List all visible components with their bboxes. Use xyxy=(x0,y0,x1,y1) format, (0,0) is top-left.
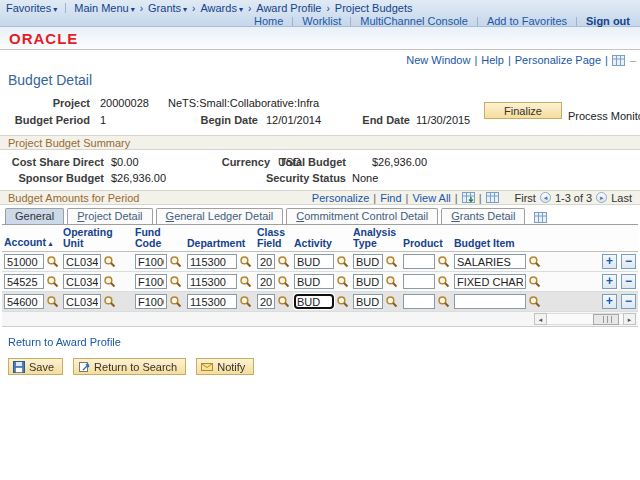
account-input[interactable] xyxy=(4,254,44,269)
operating-unit-lookup-icon[interactable] xyxy=(103,255,116,268)
fund-code-lookup-icon[interactable] xyxy=(169,295,182,308)
personalize-page-link[interactable]: Personalize Page xyxy=(515,54,601,66)
add-row-button[interactable]: + xyxy=(602,294,617,309)
class-field-lookup-icon[interactable] xyxy=(277,295,290,308)
scroll-right-icon[interactable]: ▸ xyxy=(623,313,636,325)
budget-item-input[interactable] xyxy=(454,254,526,269)
breadcrumb-main-menu[interactable]: Main Menu▾ xyxy=(74,2,134,14)
department-lookup-icon[interactable] xyxy=(239,255,252,268)
add-to-favorites-link[interactable]: Add to Favorites xyxy=(487,15,567,27)
tab-grants-detail[interactable]: Grants Detail xyxy=(441,208,525,224)
budget-item-input[interactable] xyxy=(454,294,526,309)
tab-general-ledger-detail[interactable]: General Ledger Detail xyxy=(156,208,284,224)
analysis-type-input[interactable] xyxy=(353,294,383,309)
analysis-type-input[interactable] xyxy=(353,254,383,269)
product-lookup-icon[interactable] xyxy=(437,275,450,288)
product-input[interactable] xyxy=(403,294,435,309)
new-window-link[interactable]: New Window xyxy=(406,54,470,66)
personalize-link[interactable]: Personalize xyxy=(312,192,369,204)
class-field-input[interactable] xyxy=(257,254,275,269)
scrollbar-track[interactable] xyxy=(547,313,623,325)
activity-lookup-icon[interactable] xyxy=(336,295,349,308)
activity-input[interactable] xyxy=(294,294,334,309)
first-label[interactable]: First xyxy=(515,192,536,204)
column-header-account[interactable]: Account▲ xyxy=(2,225,61,252)
activity-input[interactable] xyxy=(294,274,334,289)
sign-out-link[interactable]: Sign out xyxy=(586,15,630,27)
class-field-input[interactable] xyxy=(257,274,275,289)
operating-unit-input[interactable] xyxy=(63,294,101,309)
tab-commitment-control-detail[interactable]: Commitment Control Detail xyxy=(286,208,438,224)
tab-project-detail[interactable]: Project Detail xyxy=(67,208,152,224)
fund-code-input[interactable] xyxy=(135,274,167,289)
personalize-layout-icon[interactable] xyxy=(612,55,625,66)
delete-row-button[interactable]: − xyxy=(621,274,636,289)
tab-general[interactable]: General xyxy=(5,208,64,224)
department-lookup-icon[interactable] xyxy=(239,295,252,308)
breadcrumb-awards[interactable]: Awards▾ xyxy=(200,2,243,14)
activity-lookup-icon[interactable] xyxy=(336,275,349,288)
horizontal-scrollbar[interactable]: ◂ ▸ xyxy=(4,313,636,325)
account-lookup-icon[interactable] xyxy=(46,275,59,288)
next-page-icon[interactable]: ▸ xyxy=(596,192,607,203)
breadcrumb-award-profile[interactable]: Award Profile xyxy=(256,2,321,14)
account-lookup-icon[interactable] xyxy=(46,295,59,308)
account-input[interactable] xyxy=(4,294,44,309)
return-to-award-profile-link[interactable]: Return to Award Profile xyxy=(8,336,121,348)
operating-unit-lookup-icon[interactable] xyxy=(103,295,116,308)
process-monitor-link[interactable]: Process Monitor xyxy=(568,110,640,122)
activity-lookup-icon[interactable] xyxy=(336,255,349,268)
breadcrumb-grants[interactable]: Grants▾ xyxy=(148,2,187,14)
add-row-button[interactable]: + xyxy=(602,254,617,269)
delete-row-button[interactable]: − xyxy=(621,254,636,269)
save-button[interactable]: Save xyxy=(8,358,63,375)
operating-unit-input[interactable] xyxy=(63,254,101,269)
department-input[interactable] xyxy=(187,294,237,309)
class-field-lookup-icon[interactable] xyxy=(277,255,290,268)
delete-row-button[interactable]: − xyxy=(621,294,636,309)
finalize-button[interactable]: Finalize xyxy=(484,102,562,119)
help-link[interactable]: Help xyxy=(481,54,504,66)
download-grid-icon[interactable] xyxy=(462,192,475,203)
budget-item-input[interactable] xyxy=(454,274,526,289)
multichannel-console-link[interactable]: MultiChannel Console xyxy=(360,15,468,27)
worklist-link[interactable]: Worklist xyxy=(302,15,341,27)
fund-code-lookup-icon[interactable] xyxy=(169,255,182,268)
previous-page-icon[interactable]: ◂ xyxy=(540,192,551,203)
analysis-type-lookup-icon[interactable] xyxy=(385,295,398,308)
scroll-left-icon[interactable]: ◂ xyxy=(534,313,547,325)
operating-unit-lookup-icon[interactable] xyxy=(103,275,116,288)
home-link[interactable]: Home xyxy=(254,15,283,27)
product-input[interactable] xyxy=(403,254,435,269)
activity-input[interactable] xyxy=(294,254,334,269)
class-field-lookup-icon[interactable] xyxy=(277,275,290,288)
favorites-menu[interactable]: Favorites▾ xyxy=(6,2,57,14)
view-all-link[interactable]: View All xyxy=(412,192,450,204)
budget-item-lookup-icon[interactable] xyxy=(528,275,541,288)
zoom-grid-icon[interactable] xyxy=(486,192,499,203)
analysis-type-lookup-icon[interactable] xyxy=(385,275,398,288)
fund-code-lookup-icon[interactable] xyxy=(169,275,182,288)
department-input[interactable] xyxy=(187,254,237,269)
product-lookup-icon[interactable] xyxy=(437,295,450,308)
analysis-type-lookup-icon[interactable] xyxy=(385,255,398,268)
analysis-type-input[interactable] xyxy=(353,274,383,289)
last-label[interactable]: Last xyxy=(611,192,632,204)
fund-code-input[interactable] xyxy=(135,254,167,269)
department-input[interactable] xyxy=(187,274,237,289)
fund-code-input[interactable] xyxy=(135,294,167,309)
class-field-input[interactable] xyxy=(257,294,275,309)
budget-item-lookup-icon[interactable] xyxy=(528,295,541,308)
add-row-button[interactable]: + xyxy=(602,274,617,289)
department-lookup-icon[interactable] xyxy=(239,275,252,288)
budget-item-lookup-icon[interactable] xyxy=(528,255,541,268)
return-to-search-button[interactable]: Return to Search xyxy=(73,358,186,375)
product-lookup-icon[interactable] xyxy=(437,255,450,268)
scrollbar-thumb[interactable] xyxy=(593,314,619,325)
breadcrumb-project-budgets[interactable]: Project Budgets xyxy=(335,2,413,14)
show-all-columns-icon[interactable] xyxy=(534,212,547,223)
notify-button[interactable]: Notify xyxy=(196,358,254,375)
product-input[interactable] xyxy=(403,274,435,289)
find-link[interactable]: Find xyxy=(380,192,401,204)
account-input[interactable] xyxy=(4,274,44,289)
